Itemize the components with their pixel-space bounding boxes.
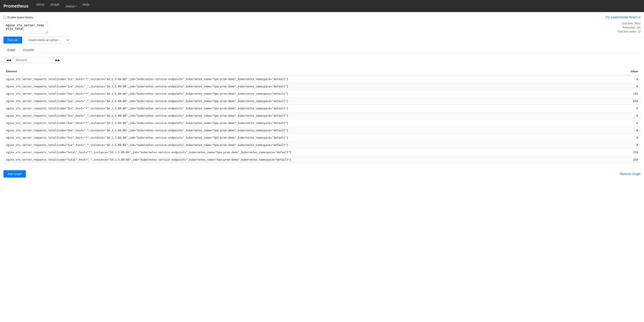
moment-input[interactable] [14, 57, 52, 63]
element-cell: nginx_vts_server_requests_total{code="2x… [4, 90, 614, 98]
element-cell: nginx_vts_server_requests_total{code="5x… [4, 142, 614, 149]
load-time: Load time: 34ms [618, 21, 640, 26]
remove-graph-button[interactable]: Remove Graph [620, 172, 640, 176]
value-cell: 258 [614, 98, 640, 105]
page-footer: Add Graph Remove Graph [4, 168, 640, 177]
nav-status-label: Status [66, 4, 75, 8]
value-cell: 258 [614, 90, 640, 98]
value-cell: 0 [614, 127, 640, 134]
value-cell: 258 [614, 156, 640, 163]
table-row: nginx_vts_server_requests_total{code="3x… [4, 112, 640, 120]
enable-history-checkbox[interactable] [4, 16, 6, 19]
query-row: nginx_vts_server_requests_total Load tim… [4, 21, 640, 34]
element-cell: nginx_vts_server_requests_total{code="4x… [4, 120, 614, 127]
element-cell: nginx_vts_server_requests_total{code="1x… [4, 75, 614, 83]
query-input[interactable]: nginx_vts_server_requests_total [4, 21, 48, 34]
react-ui-link[interactable]: Try experimental React UI [606, 15, 640, 19]
graph-controls: ◀◀ ▶▶ [4, 57, 640, 63]
resolution: Resolution: 14s [618, 26, 640, 30]
table-body: nginx_vts_server_requests_total{code="1x… [4, 75, 640, 163]
value-cell: 258 [614, 149, 640, 156]
execute-button[interactable]: Execute [4, 37, 22, 43]
element-cell: nginx_vts_server_requests_total{code="4x… [4, 127, 614, 134]
element-cell: nginx_vts_server_requests_total{code="to… [4, 149, 614, 156]
tab-graph[interactable]: Graph [4, 46, 19, 53]
nav-graph[interactable]: Graph [48, 1, 62, 8]
query-container: nginx_vts_server_requests_total [4, 21, 610, 34]
element-cell: nginx_vts_server_requests_total{code="3x… [4, 105, 614, 112]
chevron-down-icon: ▾ [76, 5, 76, 7]
value-cell: 0 [614, 142, 640, 149]
table-row: nginx_vts_server_requests_total{code="2x… [4, 90, 640, 98]
element-cell: nginx_vts_server_requests_total{code="2x… [4, 98, 614, 105]
value-cell: 0 [614, 105, 640, 112]
table-header: Element Value [4, 68, 640, 75]
table-row: nginx_vts_server_requests_total{code="2x… [4, 98, 640, 105]
next-icon: ▶▶ [56, 58, 60, 62]
nav-status-dropdown[interactable]: Status ▾ [63, 2, 79, 10]
navbar: Prometheus Alerts Graph Status ▾ Help [0, 0, 644, 12]
page-content: Enable query history Try experimental Re… [0, 12, 644, 181]
total-series: Total time series: 12 [618, 30, 640, 34]
element-cell: nginx_vts_server_requests_total{code="to… [4, 156, 614, 163]
table-row: nginx_vts_server_requests_total{code="4x… [4, 127, 640, 134]
value-cell: 0 [614, 134, 640, 142]
prev-time-button[interactable]: ◀◀ [4, 57, 14, 63]
metric-selector[interactable]: - insert metric at cursor - [24, 36, 70, 44]
table-row: nginx_vts_server_requests_total{code="1x… [4, 83, 640, 90]
results-table: Element Value nginx_vts_server_requests_… [4, 68, 640, 163]
table-row: nginx_vts_server_requests_total{code="to… [4, 149, 640, 156]
query-toolbar: Execute - insert metric at cursor - [4, 36, 640, 44]
enable-history-label[interactable]: Enable query history [4, 16, 33, 19]
value-cell: 0 [614, 83, 640, 90]
value-cell: 0 [614, 75, 640, 83]
value-cell: 0 [614, 120, 640, 127]
next-time-button[interactable]: ▶▶ [52, 57, 63, 63]
value-header: Value [614, 68, 640, 75]
table-row: nginx_vts_server_requests_total{code="3x… [4, 105, 640, 112]
enable-history-text: Enable query history [8, 16, 33, 19]
tab-console[interactable]: Console [19, 46, 38, 53]
info-panel: Load time: 34ms Resolution: 14s Total ti… [618, 21, 640, 34]
table-row: nginx_vts_server_requests_total{code="1x… [4, 75, 640, 83]
element-cell: nginx_vts_server_requests_total{code="1x… [4, 83, 614, 90]
table-row: nginx_vts_server_requests_total{code="to… [4, 156, 640, 163]
prev-icon: ◀◀ [6, 58, 11, 62]
nav-help[interactable]: Help [80, 1, 92, 8]
top-bar: Enable query history Try experimental Re… [4, 15, 640, 19]
table-row: nginx_vts_server_requests_total{code="4x… [4, 120, 640, 127]
add-graph-button[interactable]: Add Graph [4, 170, 26, 177]
table-row: nginx_vts_server_requests_total{code="5x… [4, 142, 640, 149]
tab-bar: Graph Console [4, 46, 640, 53]
nav-alerts[interactable]: Alerts [34, 1, 47, 8]
brand-logo[interactable]: Prometheus [4, 4, 28, 8]
element-header: Element [4, 68, 614, 75]
value-cell: 0 [614, 112, 640, 120]
table-row: nginx_vts_server_requests_total{code="5x… [4, 134, 640, 142]
element-cell: nginx_vts_server_requests_total{code="3x… [4, 112, 614, 120]
nav-links: Alerts Graph Status ▾ Help [34, 2, 92, 10]
element-cell: nginx_vts_server_requests_total{code="5x… [4, 134, 614, 142]
